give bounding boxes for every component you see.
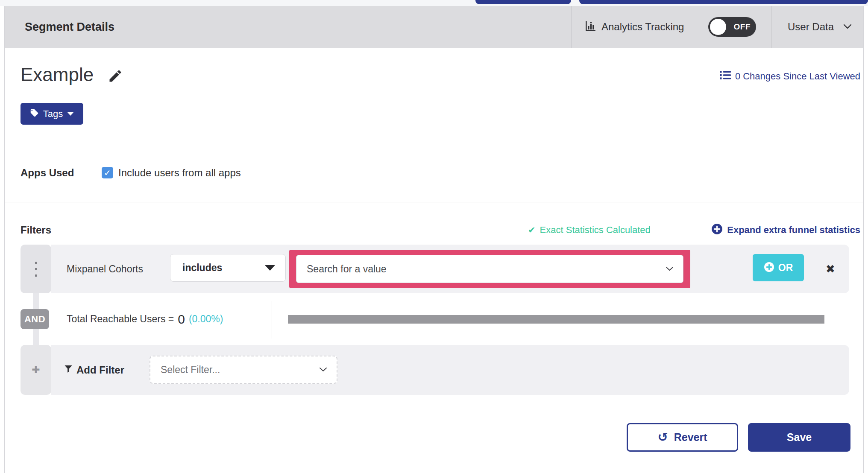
plus-icon: ✚ (32, 364, 40, 376)
user-data-label: User Data (788, 21, 834, 33)
section-divider (5, 136, 863, 136)
reach-divider (272, 301, 272, 339)
plus-circle-icon (711, 223, 723, 237)
add-filter-label: Add Filter (76, 364, 124, 376)
drag-dot (35, 262, 37, 264)
operator-selected-value: includes (182, 262, 222, 274)
undo-icon: ↺ (657, 431, 668, 444)
frame-left-border (4, 6, 5, 473)
value-select-placeholder: Search for a value (307, 263, 387, 275)
revert-button-label: Revert (674, 431, 707, 444)
caret-down-icon (265, 265, 275, 271)
user-data-dropdown[interactable]: User Data (788, 6, 852, 48)
frame-right-border (863, 6, 864, 473)
plus-circle-icon (764, 262, 774, 274)
filters-title: Filters (21, 220, 51, 240)
reach-meter-bar (288, 315, 824, 324)
drag-dot (35, 274, 37, 277)
exact-statistics-status: ✔ Exact Statistics Calculated (528, 220, 651, 240)
chevron-down-icon (843, 23, 852, 31)
include-all-apps-label: Include users from all apps (118, 161, 241, 184)
save-button-label: Save (787, 431, 812, 444)
tag-icon (30, 108, 39, 119)
section-divider (5, 202, 863, 202)
segment-name: Example (21, 64, 94, 85)
chevron-down-icon (319, 366, 327, 374)
funnel-icon (64, 365, 73, 375)
checkmark-icon: ✓ (104, 169, 111, 177)
save-button[interactable]: Save (748, 423, 850, 452)
and-badge: AND (21, 309, 49, 329)
footer-divider (5, 413, 863, 413)
remove-filter-button[interactable]: ✖ (815, 245, 846, 293)
top-tab-right-button[interactable] (579, 0, 868, 4)
filter-operator-select[interactable]: includes (170, 254, 286, 282)
analytics-tracking-label: Analytics Tracking (601, 21, 684, 33)
apps-used-label: Apps Used (21, 161, 74, 184)
edit-pencil-icon[interactable] (108, 68, 123, 84)
changelog-list-icon (720, 70, 731, 82)
total-reachable-users: Total Reachable Users = 0 (0.00%) (67, 293, 223, 345)
top-tab-left-button[interactable] (475, 0, 571, 4)
expand-funnel-statistics-link[interactable]: Expand extra funnel statistics (711, 220, 860, 240)
select-filter-dropdown[interactable]: Select Filter... (150, 356, 337, 384)
drag-dot (35, 268, 37, 270)
bar-chart-icon (584, 20, 596, 34)
close-icon: ✖ (826, 263, 835, 276)
expand-link-label: Expand extra funnel statistics (727, 225, 860, 236)
chevron-down-icon (666, 265, 674, 273)
reach-label: Total Reachable Users = (67, 313, 174, 325)
analytics-toggle[interactable]: OFF (708, 17, 756, 37)
exact-statistics-label: Exact Statistics Calculated (540, 225, 651, 236)
tags-button-label: Tags (43, 108, 63, 120)
reach-value: 0 (178, 312, 185, 327)
page-title: Segment Details (25, 6, 114, 48)
reach-percent: (0.00%) (189, 313, 223, 325)
segment-details-page: Segment Details Analytics Tracking OFF U… (0, 0, 868, 473)
revert-button[interactable]: ↺ Revert (627, 423, 738, 452)
tags-button[interactable]: Tags (21, 103, 83, 125)
or-button-label: OR (778, 262, 793, 274)
include-all-apps-checkbox[interactable]: ✓ (102, 167, 113, 178)
changes-since-last-viewed-link[interactable]: 0 Changes Since Last Viewed (720, 70, 860, 82)
check-icon: ✔ (528, 225, 536, 235)
header-divider (571, 6, 572, 48)
toggle-knob[interactable] (710, 19, 726, 35)
analytics-tracking-group: Analytics Tracking (584, 6, 684, 48)
add-filter-plus-box[interactable]: ✚ (21, 345, 51, 395)
add-or-condition-button[interactable]: OR (753, 254, 804, 281)
value-select-highlight: Search for a value (289, 250, 690, 288)
toggle-state-label: OFF (734, 17, 751, 37)
header-divider (771, 6, 772, 48)
filter-field-label: Mixpanel Cohorts (67, 245, 143, 293)
add-filter-group: Add Filter (64, 345, 124, 395)
select-filter-placeholder: Select Filter... (161, 364, 220, 376)
filter-value-select[interactable]: Search for a value (296, 255, 683, 283)
caret-down-icon (67, 112, 74, 116)
changes-link-label: 0 Changes Since Last Viewed (735, 71, 860, 82)
filter-drag-handle[interactable] (21, 245, 51, 293)
